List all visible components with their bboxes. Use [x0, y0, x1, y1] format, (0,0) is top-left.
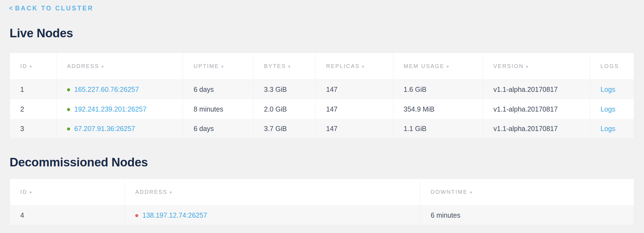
column-header-replicas[interactable]: REPLICAS▾: [316, 53, 393, 79]
node-address-link[interactable]: 192.241.239.201:26257: [74, 105, 146, 113]
node-address-cell: 192.241.239.201:26257: [57, 99, 183, 119]
nodes-page: <BACK TO CLUSTER Live Nodes ID▾ ADDRESS▾…: [0, 0, 644, 233]
node-version-cell: v1.1-alpha.20170817: [483, 119, 590, 139]
live-nodes-table: ID▾ ADDRESS▾ UPTIME▾ BYTES▾ REPLICAS▾ ME…: [10, 53, 634, 139]
logs-link[interactable]: Logs: [600, 86, 615, 93]
decommissioned-nodes-header-row: ID▾ ADDRESS▾ DOWNTIME▾: [10, 179, 634, 206]
node-replicas-cell: 147: [316, 119, 393, 139]
sort-arrow-icon: ▾: [288, 64, 291, 69]
column-header-label: VERSION: [493, 63, 524, 69]
node-logs-cell: Logs: [590, 79, 634, 99]
sort-arrow-icon: ▾: [526, 64, 528, 69]
node-live-status-dot-icon: [67, 88, 70, 91]
node-id-cell: 2: [10, 99, 57, 119]
node-logs-cell: Logs: [590, 119, 634, 139]
column-header-logs: LOGS: [590, 53, 634, 79]
sort-arrow-icon: ▾: [447, 64, 449, 69]
node-dead-status-dot-icon: [135, 214, 138, 217]
column-header-label: BYTES: [264, 63, 286, 69]
node-mem-usage-cell: 1.1 GiB: [393, 119, 483, 139]
column-header-label: REPLICAS: [326, 63, 360, 69]
decommissioned-nodes-title: Decommissioned Nodes: [10, 155, 644, 169]
sort-arrow-icon: ▾: [222, 64, 224, 69]
node-id-cell: 1: [10, 79, 57, 99]
column-header-address[interactable]: ADDRESS▾: [125, 179, 420, 206]
node-logs-cell: Logs: [590, 99, 634, 119]
node-bytes-cell: 3.7 GiB: [254, 119, 316, 139]
node-address-link[interactable]: 67.207.91.36:26257: [74, 125, 135, 132]
node-row: 3 67.207.91.36:26257 6 days 3.7 GiB 147 …: [10, 119, 634, 139]
node-uptime-cell: 6 days: [183, 119, 254, 139]
node-row: 1 165.227.60.76:26257 6 days 3.3 GiB 147…: [10, 79, 634, 99]
sort-arrow-icon: ▾: [102, 64, 104, 69]
node-downtime-cell: 6 minutes: [420, 206, 634, 225]
column-header-address[interactable]: ADDRESS▾: [57, 53, 183, 79]
column-header-label: ID: [20, 189, 27, 195]
column-header-downtime[interactable]: DOWNTIME▾: [420, 179, 634, 206]
back-link-label: BACK TO CLUSTER: [15, 5, 94, 12]
node-uptime-cell: 6 days: [183, 79, 254, 99]
node-live-status-dot-icon: [67, 127, 70, 130]
column-header-id[interactable]: ID▾: [10, 179, 125, 206]
column-header-label: DOWNTIME: [431, 189, 468, 195]
column-header-uptime[interactable]: UPTIME▾: [183, 53, 254, 79]
live-nodes-header-row: ID▾ ADDRESS▾ UPTIME▾ BYTES▾ REPLICAS▾ ME…: [10, 53, 634, 79]
node-version-cell: v1.1-alpha.20170817: [483, 99, 590, 119]
node-version-cell: v1.1-alpha.20170817: [483, 79, 590, 99]
column-header-mem-usage[interactable]: MEM USAGE▾: [393, 53, 483, 79]
sort-arrow-icon: ▾: [170, 190, 172, 195]
node-replicas-cell: 147: [316, 79, 393, 99]
sort-arrow-icon: ▾: [30, 190, 32, 195]
node-bytes-cell: 3.3 GiB: [254, 79, 316, 99]
node-live-status-dot-icon: [67, 108, 70, 111]
node-id-cell: 4: [10, 206, 125, 225]
decommissioned-nodes-table: ID▾ ADDRESS▾ DOWNTIME▾ 4 138.197.12.74:2…: [10, 178, 634, 225]
column-header-id[interactable]: ID▾: [10, 53, 57, 79]
column-header-label: ID: [20, 63, 27, 69]
node-row: 4 138.197.12.74:26257 6 minutes: [10, 206, 634, 225]
column-header-label: LOGS: [600, 63, 619, 69]
sort-arrow-icon: ▾: [30, 64, 32, 69]
node-mem-usage-cell: 1.6 GiB: [393, 79, 483, 99]
column-header-label: MEM USAGE: [404, 63, 444, 69]
node-address-cell: 67.207.91.36:26257: [57, 119, 183, 139]
logs-link[interactable]: Logs: [600, 125, 615, 132]
sort-arrow-icon: ▾: [470, 190, 472, 195]
node-bytes-cell: 2.0 GiB: [254, 99, 316, 119]
node-replicas-cell: 147: [316, 99, 393, 119]
column-header-label: ADDRESS: [67, 63, 99, 69]
logs-link[interactable]: Logs: [600, 105, 615, 113]
back-to-cluster-link[interactable]: <BACK TO CLUSTER: [9, 4, 94, 12]
node-id-cell: 3: [10, 119, 57, 139]
column-header-label: UPTIME: [194, 63, 219, 69]
node-address-link[interactable]: 138.197.12.74:26257: [142, 211, 207, 219]
sort-arrow-icon: ▾: [362, 64, 364, 69]
column-header-version[interactable]: VERSION▾: [483, 53, 590, 79]
back-chevron-icon: <: [9, 5, 14, 12]
node-row: 2 192.241.239.201:26257 8 minutes 2.0 Gi…: [10, 99, 634, 119]
node-address-cell: 138.197.12.74:26257: [125, 206, 420, 225]
node-uptime-cell: 8 minutes: [183, 99, 254, 119]
column-header-bytes[interactable]: BYTES▾: [254, 53, 316, 79]
node-address-link[interactable]: 165.227.60.76:26257: [74, 86, 139, 93]
column-header-label: ADDRESS: [135, 189, 168, 195]
node-mem-usage-cell: 354.9 MiB: [393, 99, 483, 119]
node-address-cell: 165.227.60.76:26257: [57, 79, 183, 99]
live-nodes-title: Live Nodes: [10, 26, 644, 40]
